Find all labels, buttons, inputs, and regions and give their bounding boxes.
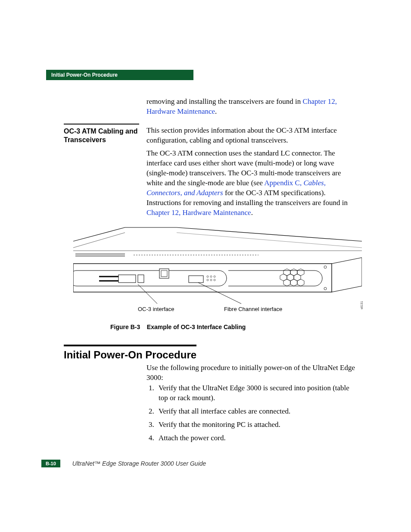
svg-marker-34 <box>290 279 297 286</box>
svg-line-0 <box>73 227 125 241</box>
svg-point-37 <box>324 287 327 290</box>
poweron-steps: Verify that the UltraNet Edge 3000 is se… <box>146 383 358 447</box>
svg-line-2 <box>177 227 362 241</box>
running-header-bar: Initial Power-On Procedure <box>46 70 193 80</box>
svg-line-38 <box>138 284 157 304</box>
page-footer: B-10 UltraNet™ Edge Storage Router 3000 … <box>41 460 360 467</box>
running-header-text: Initial Power-On Procedure <box>51 72 118 78</box>
svg-line-39 <box>198 283 241 304</box>
figure-b3: OC-3 interface Fibre Channel interface s… <box>73 224 362 308</box>
paragraph-poweron-intro: Use the following procedure to initially… <box>146 363 358 383</box>
svg-point-24 <box>207 279 209 281</box>
step-2: Verify that all interface cables are con… <box>156 407 358 417</box>
svg-point-23 <box>214 276 215 277</box>
device-illustration <box>73 224 362 306</box>
svg-line-11 <box>332 258 362 264</box>
svg-point-25 <box>210 279 212 281</box>
paragraph-oc3-details: The OC-3 ATM connection uses the standar… <box>146 149 358 218</box>
paragraph-continuation: removing and installing the transceivers… <box>146 97 358 117</box>
svg-line-12 <box>332 286 362 292</box>
svg-point-22 <box>210 276 212 277</box>
footer-doc-title: UltraNet™ Edge Storage Router 3000 User … <box>72 460 206 467</box>
svg-line-5 <box>177 233 362 248</box>
callout-fibre: Fibre Channel interface <box>224 306 282 312</box>
svg-marker-33 <box>283 279 290 286</box>
link-chapter-12-b[interactable]: Chapter 12, Hardware Maintenance <box>146 208 251 217</box>
figure-caption: Figure B-3 Example of OC-3 Interface Cab… <box>110 324 246 330</box>
side-heading-oc3: OC-3 ATM Cabling and Transceivers <box>64 124 139 144</box>
svg-line-4 <box>73 233 125 248</box>
svg-rect-17 <box>138 275 144 283</box>
callout-oc3: OC-3 interface <box>138 306 174 312</box>
step-1: Verify that the UltraNet Edge 3000 is se… <box>156 383 358 403</box>
paragraph-intro-oc3: This section provides information about … <box>146 126 358 146</box>
section-heading-power-on: Initial Power-On Procedure <box>64 345 196 361</box>
svg-point-36 <box>324 266 327 268</box>
svg-rect-18 <box>159 269 169 278</box>
svg-marker-35 <box>297 279 304 286</box>
figure-sidenum: s6131 <box>360 301 363 309</box>
svg-rect-20 <box>189 276 203 283</box>
page-number: B-10 <box>41 460 60 467</box>
step-3: Verify that the monitoring PC is attache… <box>156 420 358 430</box>
step-4: Attach the power cord. <box>156 433 358 443</box>
svg-rect-14 <box>118 275 136 283</box>
svg-point-26 <box>214 279 215 281</box>
svg-point-21 <box>207 276 209 277</box>
